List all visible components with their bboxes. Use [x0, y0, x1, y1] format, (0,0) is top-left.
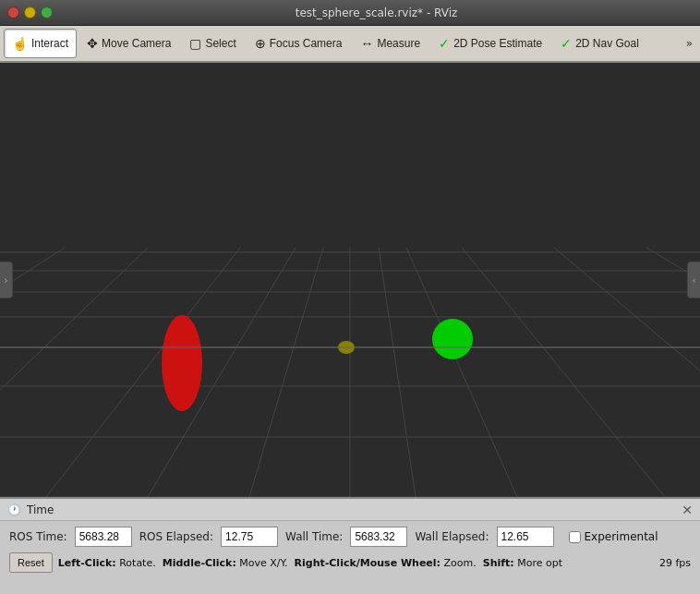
pose-estimate-label: 2D Pose Estimate [453, 37, 542, 50]
fps-display: 29 fps [659, 557, 691, 569]
toolbar-overflow[interactable]: » [682, 37, 696, 50]
ros-time-input[interactable] [75, 527, 132, 547]
pose-estimate-button[interactable]: ✓ 2D Pose Estimate [430, 29, 550, 58]
select-label: Select [205, 37, 235, 50]
viewport[interactable]: › ‹ [0, 63, 700, 497]
toolbar: ☝ Interact ✥ Move Camera ▢ Select ⊕ Focu… [0, 26, 700, 63]
3d-grid [0, 63, 700, 497]
interact-label: Interact [31, 37, 68, 50]
bottom-panel: 🕐 Time ✕ ROS Time: ROS Elapsed: Wall Tim… [0, 497, 700, 594]
window-title: test_sphere_scale.rviz* - RViz [60, 6, 693, 19]
measure-label: Measure [377, 37, 420, 50]
help-text: Left-Click: Rotate. Middle-Click: Move X… [58, 557, 562, 569]
wall-time-input[interactable] [350, 527, 407, 547]
experimental-label: Experimental [585, 530, 658, 543]
wall-elapsed-input[interactable] [497, 527, 554, 547]
experimental-row: Experimental [569, 530, 658, 543]
ros-elapsed-input[interactable] [221, 527, 278, 547]
close-button[interactable] [7, 6, 19, 18]
experimental-checkbox[interactable] [569, 531, 581, 543]
ros-elapsed-label: ROS Elapsed: [139, 530, 213, 543]
panel-close-button[interactable]: ✕ [682, 503, 693, 517]
measure-icon: ↔ [360, 36, 373, 51]
minimize-button[interactable] [24, 6, 36, 18]
pose-estimate-icon: ✓ [439, 36, 450, 51]
right-chevron-icon: ‹ [693, 275, 696, 285]
time-content: ROS Time: ROS Elapsed: Wall Time: Wall E… [0, 521, 700, 578]
title-bar: test_sphere_scale.rviz* - RViz [0, 0, 700, 26]
focus-camera-button[interactable]: ⊕ Focus Camera [247, 29, 351, 58]
left-chevron-icon: › [5, 275, 8, 285]
clock-icon: 🕐 [7, 503, 21, 516]
nav-goal-icon: ✓ [561, 36, 572, 51]
time-row: ROS Time: ROS Elapsed: Wall Time: Wall E… [9, 527, 691, 547]
red-sphere [162, 315, 202, 411]
interact-icon: ☝ [12, 36, 28, 51]
wall-elapsed-label: Wall Elapsed: [415, 530, 489, 543]
nav-goal-button[interactable]: ✓ 2D Nav Goal [552, 29, 647, 58]
focus-camera-icon: ⊕ [255, 36, 266, 51]
ros-time-label: ROS Time: [9, 530, 67, 543]
select-icon: ▢ [189, 36, 201, 51]
reset-button[interactable]: Reset [9, 552, 53, 573]
left-panel-toggle[interactable]: › [0, 261, 13, 298]
wall-time-label: Wall Time: [285, 530, 343, 543]
focus-camera-label: Focus Camera [270, 37, 343, 50]
panel-title: Time [27, 503, 54, 516]
select-button[interactable]: ▢ Select [181, 29, 244, 58]
move-camera-icon: ✥ [87, 36, 98, 51]
maximize-button[interactable] [41, 6, 53, 18]
window-controls[interactable] [7, 6, 53, 18]
panel-header: 🕐 Time ✕ [0, 499, 700, 521]
nav-goal-label: 2D Nav Goal [575, 37, 639, 50]
measure-button[interactable]: ↔ Measure [352, 29, 428, 58]
right-panel-toggle[interactable]: ‹ [687, 261, 700, 298]
action-row: Reset Left-Click: Rotate. Middle-Click: … [9, 552, 691, 573]
move-camera-label: Move Camera [102, 37, 171, 50]
green-sphere [432, 319, 473, 359]
move-camera-button[interactable]: ✥ Move Camera [78, 29, 179, 58]
interact-button[interactable]: ☝ Interact [4, 29, 77, 58]
